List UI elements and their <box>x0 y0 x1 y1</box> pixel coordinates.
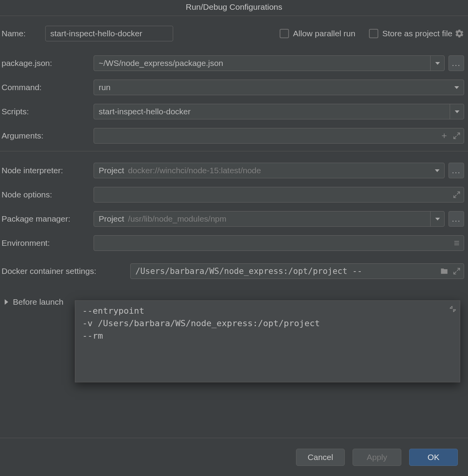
package-json-value: ~/WS/node_express/package.json <box>99 59 223 68</box>
node-options-row: Node options: <box>0 183 468 207</box>
chevron-down-icon[interactable] <box>430 56 444 71</box>
browse-button[interactable]: ... <box>448 211 464 227</box>
expand-icon[interactable] <box>453 191 461 199</box>
expand-icon[interactable] <box>453 267 461 275</box>
environment-row: Environment: <box>0 231 468 255</box>
section-divider <box>0 151 468 151</box>
package-json-dropdown[interactable]: ~/WS/node_express/package.json <box>94 55 445 71</box>
allow-parallel-label: Allow parallel run <box>293 29 355 38</box>
package-manager-hint: /usr/lib/node_modules/npm <box>128 214 226 224</box>
node-interpreter-dropdown[interactable]: Project docker://winchci/node-15:latest/… <box>94 163 445 178</box>
package-manager-dropdown[interactable]: Project /usr/lib/node_modules/npm <box>94 211 445 227</box>
store-as-project-checkbox[interactable]: Store as project file <box>369 29 452 38</box>
cancel-button[interactable]: Cancel <box>296 449 345 466</box>
chevron-down-icon[interactable] <box>430 163 444 178</box>
allow-parallel-checkbox[interactable]: Allow parallel run <box>280 29 355 38</box>
name-input[interactable]: start-inspect-hello-docker <box>45 26 173 41</box>
node-interpreter-row: Node interpreter: Project docker://winch… <box>0 158 468 183</box>
node-options-label: Node options: <box>2 190 94 199</box>
chevron-down-icon[interactable] <box>430 211 444 226</box>
store-as-project-label: Store as project file <box>382 29 452 38</box>
dialog-button-bar: Cancel Apply OK <box>0 438 468 476</box>
node-options-input[interactable] <box>94 187 464 202</box>
checkbox-icon <box>280 29 289 38</box>
folder-icon[interactable] <box>440 267 448 275</box>
chevron-down-icon[interactable] <box>450 80 464 95</box>
package-manager-label: Package manager: <box>2 214 94 224</box>
node-interpreter-prefix: Project <box>99 166 124 175</box>
ok-button[interactable]: OK <box>409 449 458 466</box>
chevron-down-icon[interactable] <box>450 104 464 119</box>
expand-icon[interactable] <box>453 132 461 140</box>
scripts-row: Scripts: start-inspect-hello-docker <box>0 99 468 124</box>
docker-settings-popup: --entrypoint -v /Users/barbara/WS/node_e… <box>75 300 460 382</box>
command-value: run <box>99 83 110 92</box>
docker-settings-input[interactable]: /Users/barbara/WS/node_express:/opt/proj… <box>130 263 464 279</box>
package-json-row: package.json: ~/WS/node_express/package.… <box>0 51 468 75</box>
plus-icon[interactable] <box>440 132 448 140</box>
browse-button[interactable]: ... <box>448 163 464 178</box>
package-json-label: package.json: <box>2 59 94 68</box>
scripts-value: start-inspect-hello-docker <box>99 107 191 116</box>
arguments-input[interactable] <box>94 128 464 144</box>
dialog-title: Run/Debug Configurations <box>0 0 468 16</box>
name-label: Name: <box>2 29 45 38</box>
docker-settings-label: Docker container settings: <box>2 266 130 276</box>
command-dropdown[interactable]: run <box>94 80 464 95</box>
environment-input[interactable] <box>94 235 464 251</box>
checkbox-icon <box>369 29 378 38</box>
name-row: Name: start-inspect-hello-docker Allow p… <box>0 16 468 51</box>
docker-settings-value: /Users/barbara/WS/node_express:/opt/proj… <box>135 266 362 276</box>
node-interpreter-label: Node interpreter: <box>2 166 94 175</box>
collapse-icon[interactable] <box>449 304 457 312</box>
docker-settings-row: Docker container settings: /Users/barbar… <box>0 259 468 283</box>
docker-popup-text: --entrypoint -v /Users/barbara/WS/node_e… <box>82 306 320 341</box>
environment-label: Environment: <box>2 238 94 248</box>
command-row: Command: run <box>0 75 468 99</box>
scripts-label: Scripts: <box>2 107 94 116</box>
arguments-label: Arguments: <box>2 131 94 140</box>
command-label: Command: <box>2 83 94 92</box>
package-manager-row: Package manager: Project /usr/lib/node_m… <box>0 207 468 231</box>
package-manager-prefix: Project <box>99 214 124 224</box>
scripts-dropdown[interactable]: start-inspect-hello-docker <box>94 104 464 119</box>
before-launch-label: Before launch <box>13 297 64 307</box>
name-input-text: start-inspect-hello-docker <box>50 29 142 38</box>
list-icon[interactable] <box>453 239 461 247</box>
gear-icon[interactable] <box>455 29 464 38</box>
browse-button[interactable]: ... <box>448 55 464 71</box>
triangle-right-icon <box>5 299 8 305</box>
node-interpreter-hint: docker://winchci/node-15:latest/node <box>128 166 261 175</box>
arguments-row: Arguments: <box>0 124 468 148</box>
apply-button[interactable]: Apply <box>353 449 401 466</box>
